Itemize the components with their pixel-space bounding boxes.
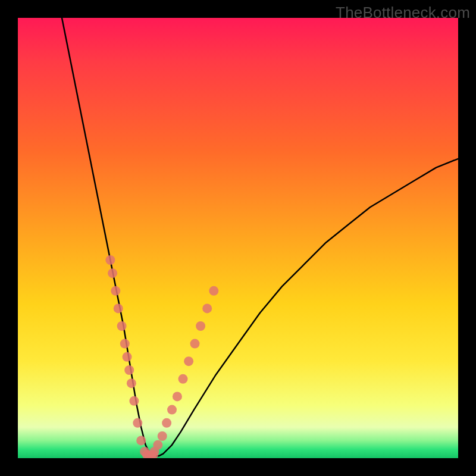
highlight-dot (120, 339, 130, 349)
curve-layer (62, 18, 458, 456)
highlight-dot (129, 396, 139, 406)
chart-svg (18, 18, 458, 458)
chart-frame: TheBottleneck.com (0, 0, 476, 476)
watermark-label: TheBottleneck.com (336, 4, 470, 22)
dots-layer (105, 255, 218, 458)
highlight-dot (133, 418, 142, 428)
highlight-dot (196, 321, 205, 331)
highlight-dot (209, 286, 218, 296)
highlight-dot (123, 352, 132, 362)
highlight-dot (173, 392, 182, 401)
highlight-dot (190, 339, 200, 349)
highlight-dot (184, 356, 193, 366)
highlight-dot (111, 286, 120, 296)
highlight-dot (202, 303, 212, 313)
highlight-dot (153, 440, 162, 450)
highlight-dot (136, 436, 146, 445)
highlight-dot (105, 255, 115, 265)
highlight-dot (158, 431, 167, 441)
highlight-dot (162, 418, 171, 428)
highlight-dot (108, 268, 117, 278)
highlight-dot (127, 378, 136, 388)
highlight-dot (117, 321, 127, 331)
highlight-dot (124, 365, 134, 375)
plot-area (18, 18, 458, 458)
highlight-dot (178, 374, 188, 384)
bottleneck-curve-path (62, 18, 458, 456)
highlight-dot (114, 303, 123, 313)
highlight-dot (167, 405, 177, 415)
